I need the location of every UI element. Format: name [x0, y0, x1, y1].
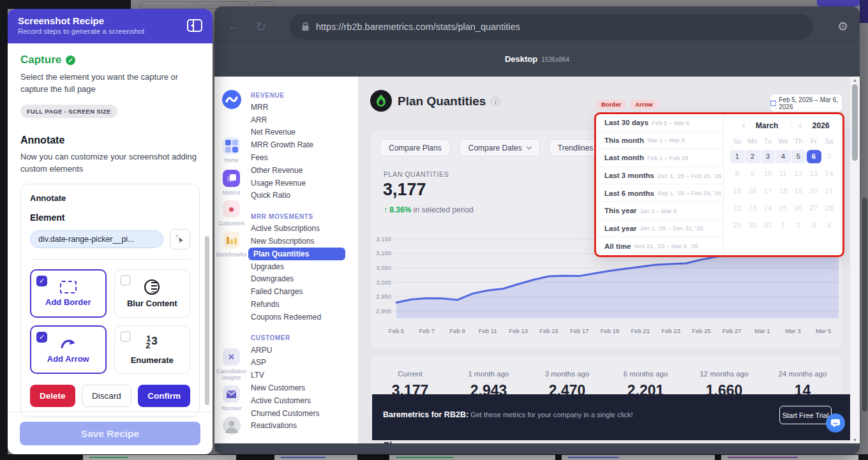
calendar-day[interactable]: 4	[775, 148, 791, 165]
sidebar-item-mrr-growth-rate[interactable]: MRR Growth Rate	[248, 138, 345, 151]
sidebar-item-plan-quantities[interactable]: Plan Quantities	[248, 248, 345, 260]
calendar-day[interactable]: 25	[775, 200, 791, 217]
sidebar-item-failed-charges[interactable]: Failed Charges	[248, 285, 345, 298]
chevron-left-icon[interactable]	[742, 123, 747, 128]
calendar-day[interactable]: 26	[791, 200, 806, 217]
element-picker-button[interactable]	[170, 229, 190, 249]
calendar-day[interactable]: 10	[760, 165, 775, 182]
sidebar-item-active-customers[interactable]: Active Customers	[248, 394, 345, 407]
back-icon[interactable]: ←	[226, 19, 243, 34]
sidebar-item-quick-ratio[interactable]: Quick Ratio	[248, 189, 345, 202]
chat-widget-button[interactable]	[826, 413, 845, 433]
confirm-button[interactable]: Confirm	[138, 385, 190, 407]
compare-plans-button[interactable]: Compare Plans	[380, 139, 451, 156]
sidebar-item-arpu[interactable]: ARPU	[248, 344, 345, 357]
calendar-day[interactable]: 21	[821, 182, 837, 200]
sidebar-item-recover[interactable]: Recover	[214, 385, 248, 412]
sidebar-item-upgrades[interactable]: Upgrades	[248, 260, 345, 273]
calendar-day[interactable]: 29	[730, 217, 745, 234]
sidebar-item-downgrades[interactable]: Downgrades	[248, 273, 345, 286]
sidebar-item-active-subscriptions[interactable]: Active Subscriptions	[248, 222, 345, 235]
sidebar-item-home[interactable]: Home	[214, 137, 248, 163]
panel-scrollbar-thumb[interactable]	[205, 236, 209, 405]
option-enumerate[interactable]: 123Enumerate	[114, 325, 191, 374]
datepicker-preset-this-year[interactable]: This yearJan 1 – Mar 6	[596, 202, 723, 220]
calendar-day[interactable]: 8	[730, 165, 745, 182]
calendar-day[interactable]: 22	[730, 200, 745, 217]
sidebar-item-cancellation-insights[interactable]: ✕ Cancellation Insights	[214, 348, 248, 381]
sidebar-item-usage-revenue[interactable]: Usage Revenue	[248, 177, 345, 189]
sidebar-item-mrr[interactable]: MRR	[248, 101, 345, 114]
checkbox-unchecked[interactable]	[120, 331, 131, 342]
sidebar-item-new-customers[interactable]: New Customers	[248, 382, 345, 394]
reload-icon[interactable]: ↻	[253, 19, 269, 34]
sidebar-item-new-subscriptions[interactable]: New Subscriptions	[248, 235, 345, 248]
calendar-day[interactable]: 2	[791, 217, 806, 234]
sidebar-item-benchmarks[interactable]: Benchmarks	[214, 232, 248, 258]
sidebar-item-ltv[interactable]: LTV	[248, 369, 345, 382]
datepicker-preset-last-month[interactable]: Last monthFeb 1 – Feb 28	[596, 149, 723, 167]
sidebar-item-metrics[interactable]: Metrics	[214, 170, 248, 196]
sidebar-item-churned-customers[interactable]: Churned Customers	[248, 407, 345, 420]
calendar-day[interactable]: 7	[821, 148, 837, 165]
calendar-day[interactable]: 27	[806, 200, 821, 217]
calendar-day[interactable]: 15	[730, 182, 745, 200]
checkbox-checked[interactable]: ✓	[36, 276, 47, 286]
datepicker-preset-all-time[interactable]: All timeNov 21, '23 – Mar 6, '26	[596, 237, 723, 255]
calendar-day[interactable]: 20	[806, 182, 821, 200]
chevron-left-icon[interactable]	[799, 123, 804, 128]
datepicker-preset-this-month[interactable]: This monthMar 1 – Mar 6	[596, 132, 723, 150]
calendar-day[interactable]: 18	[775, 182, 791, 200]
option-blur-content[interactable]: Blur Content	[114, 269, 191, 318]
calendar-day[interactable]: 14	[821, 165, 837, 182]
calendar-day[interactable]: 4	[821, 217, 837, 234]
delete-button[interactable]: Delete	[30, 385, 75, 407]
scroll-down-icon[interactable]: ▼	[850, 438, 860, 442]
datepicker-preset-last-6-months[interactable]: Last 6 monthsSep 1, '25 – Feb 28, '26	[596, 184, 723, 202]
element-selector-value[interactable]: div.date-range-picker__pi...	[30, 230, 163, 248]
option-add-border[interactable]: ✓Add Border	[30, 269, 107, 318]
sidebar-item-coupons-redeemed[interactable]: Coupons Redeemed	[248, 311, 345, 323]
datepicker-preset-last-30-days[interactable]: Last 30 daysFeb 5 – Mar 6	[596, 114, 723, 132]
option-add-arrow[interactable]: ✓Add Arrow	[30, 325, 107, 374]
sidebar-item-other-revenue[interactable]: Other Revenue	[248, 164, 345, 177]
compare-dates-button[interactable]: Compare Dates	[460, 139, 540, 156]
calendar-day[interactable]: 19	[791, 182, 806, 200]
calendar-day[interactable]: 30	[745, 217, 760, 234]
collapse-panel-icon[interactable]	[187, 19, 202, 32]
sidebar-item-refunds[interactable]: Refunds	[248, 298, 345, 311]
save-recipe-button[interactable]: Save Recipe	[20, 422, 200, 445]
sidebar-item-reactivations[interactable]: Reactivations	[248, 420, 345, 433]
start-free-trial-button[interactable]: Start Free Trial	[779, 406, 832, 424]
calendar-day-selected[interactable]: 6	[806, 148, 821, 165]
calendar-day[interactable]: 31	[760, 217, 775, 234]
date-range-button[interactable]: Feb 5, 2026 – Mar 6, 2026	[770, 94, 842, 112]
datepicker-preset-last-year[interactable]: Last yearJan 1, '25 – Dec 31, '25	[596, 220, 723, 238]
viewport-scrollbar[interactable]: ▲ ▼	[850, 77, 860, 443]
calendar-day[interactable]: 2	[745, 148, 760, 165]
calendar-day[interactable]: 5	[791, 148, 806, 165]
calendar-day[interactable]: 1	[775, 217, 791, 234]
discard-button[interactable]: Discard	[82, 385, 131, 407]
sidebar-item-asp[interactable]: ASP	[248, 357, 345, 369]
calendar-day[interactable]: 16	[745, 182, 760, 200]
scroll-up-icon[interactable]: ▲	[850, 78, 860, 82]
calendar-day[interactable]: 28	[821, 200, 837, 217]
user-avatar[interactable]	[214, 417, 248, 437]
calendar-day[interactable]: 3	[760, 148, 775, 165]
sidebar-item-arr[interactable]: ARR	[248, 114, 345, 126]
calendar-day[interactable]: 11	[775, 165, 791, 182]
calendar-day[interactable]: 3	[806, 217, 821, 234]
calendar-day[interactable]: 1	[730, 148, 745, 165]
calendar-day[interactable]: 13	[806, 165, 821, 182]
datepicker-preset-last-3-months[interactable]: Last 3 monthsDec 1, '25 – Feb 28, '26	[596, 167, 723, 185]
baremetrics-logo[interactable]	[214, 89, 248, 112]
sidebar-item-net-revenue[interactable]: Net Revenue	[248, 126, 345, 139]
gear-icon[interactable]: ⚙	[837, 19, 848, 34]
url-bar[interactable]: https://rb2b.baremetrics.com/stats/plan_…	[290, 14, 813, 40]
sidebar-item-customers[interactable]: ☻︎ Customers	[214, 200, 248, 226]
viewport-scrollbar-thumb[interactable]	[852, 84, 858, 161]
calendar-day[interactable]: 12	[791, 165, 806, 182]
calendar-day[interactable]: 23	[745, 200, 760, 217]
checkbox-unchecked[interactable]	[120, 275, 131, 286]
